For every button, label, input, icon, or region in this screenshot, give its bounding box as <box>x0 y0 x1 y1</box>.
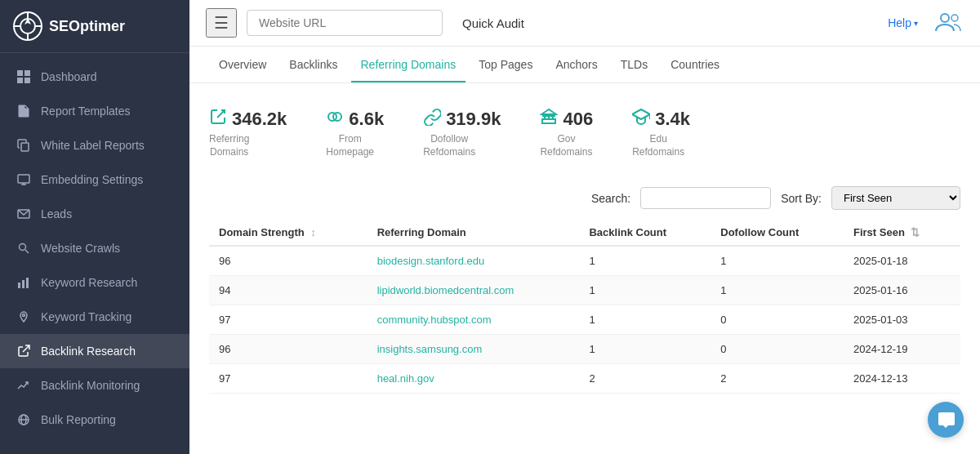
sidebar-item-dashboard[interactable]: Dashboard <box>0 60 189 94</box>
chevron-down-icon: ▾ <box>914 19 918 28</box>
svg-line-25 <box>23 345 29 352</box>
sort-select[interactable]: First Seen Domain Strength Backlink Coun… <box>831 186 960 210</box>
svg-rect-8 <box>24 70 30 76</box>
cell-first-seen: 2025-01-18 <box>844 246 960 276</box>
svg-rect-15 <box>18 175 29 183</box>
table-row: 97 heal.nih.gov 2 2 2024-12-13 <box>209 364 960 394</box>
cell-dofollow-count: 1 <box>710 246 844 276</box>
tab-countries[interactable]: Countries <box>661 47 729 82</box>
sidebar-item-keyword-tracking[interactable]: Keyword Tracking <box>0 300 189 334</box>
tab-tlds[interactable]: TLDs <box>611 47 657 82</box>
sidebar-item-keyword-tracking-label: Keyword Tracking <box>41 310 131 323</box>
domain-link[interactable]: insights.samsung.com <box>377 343 483 355</box>
sidebar-nav: Dashboard Report Templates White Label R… <box>0 53 189 454</box>
table-row: 94 lipidworld.biomedcentral.com 1 1 2025… <box>209 276 960 305</box>
svg-rect-14 <box>21 143 29 151</box>
table-controls: Search: Sort By: First Seen Domain Stren… <box>209 186 960 210</box>
content-area: 346.2k ReferringDomains 6.6k FromHomepag… <box>189 83 980 454</box>
svg-point-19 <box>20 244 26 251</box>
svg-point-24 <box>23 314 25 317</box>
sidebar-item-website-crawls[interactable]: Website Crawls <box>0 231 189 265</box>
cell-dofollow-count: 0 <box>710 335 844 364</box>
sidebar-item-embedding-settings-label: Embedding Settings <box>41 173 143 186</box>
sidebar-item-keyword-research[interactable]: Keyword Research <box>0 265 189 300</box>
cell-dofollow-count: 0 <box>710 305 844 335</box>
sidebar-item-bulk-reporting-label: Bulk Reporting <box>41 413 116 426</box>
th-domain-strength: Domain Strength ↕ <box>209 220 368 246</box>
trending-up-icon <box>16 378 31 393</box>
table-header-row: Domain Strength ↕ Referring Domain Backl… <box>209 220 960 246</box>
sidebar-item-dashboard-label: Dashboard <box>41 70 97 83</box>
domain-link[interactable]: lipidworld.biomedcentral.com <box>377 284 514 296</box>
stat-gov-refdomains: 406 GovRefdomains <box>540 108 593 158</box>
sidebar-item-leads[interactable]: Leads <box>0 197 189 231</box>
referring-domains-icon <box>209 108 227 130</box>
gov-icon <box>540 108 558 130</box>
quick-audit-button[interactable]: Quick Audit <box>452 11 534 36</box>
sort-arrow-icon[interactable]: ↕ <box>310 226 316 238</box>
th-dofollow-count: Dofollow Count <box>710 220 844 246</box>
sidebar-item-leads-label: Leads <box>41 207 72 220</box>
hamburger-button[interactable]: ☰ <box>206 8 237 38</box>
tab-top-pages[interactable]: Top Pages <box>469 47 542 82</box>
sidebar-item-white-label-reports-label: White Label Reports <box>41 139 145 152</box>
stat-referring-domains: 346.2k ReferringDomains <box>209 108 287 158</box>
cell-first-seen: 2025-01-16 <box>844 276 960 305</box>
domain-link[interactable]: biodesign.stanford.edu <box>377 255 485 267</box>
table-row: 96 biodesign.stanford.edu 1 1 2025-01-18 <box>209 246 960 276</box>
search-icon <box>16 241 31 256</box>
svg-rect-23 <box>26 278 29 288</box>
url-input[interactable] <box>247 10 443 36</box>
tab-referring-domains[interactable]: Referring Domains <box>351 47 466 82</box>
chat-widget[interactable] <box>928 402 964 438</box>
sidebar-item-embedding-settings[interactable]: Embedding Settings <box>0 162 189 197</box>
cell-referring-domain: community.hubspot.com <box>368 305 580 335</box>
mail-icon <box>16 207 31 221</box>
search-label: Search: <box>591 192 630 205</box>
cell-first-seen: 2025-01-03 <box>844 305 960 335</box>
svg-marker-36 <box>541 109 556 114</box>
tabs: Overview Backlinks Referring Domains Top… <box>189 47 980 83</box>
sidebar-item-website-crawls-label: Website Crawls <box>41 242 120 255</box>
sidebar-item-report-templates[interactable]: Report Templates <box>0 94 189 128</box>
edu-icon <box>632 108 650 130</box>
stats-row: 346.2k ReferringDomains 6.6k FromHomepag… <box>209 100 960 167</box>
file-edit-icon <box>16 104 31 118</box>
cell-first-seen: 2024-12-13 <box>844 364 960 394</box>
tab-overview[interactable]: Overview <box>209 47 276 82</box>
cell-backlink-count: 1 <box>579 276 710 305</box>
stat-edu-refdomains: 3.4k EduRefdomains <box>632 108 690 158</box>
domain-link[interactable]: heal.nih.gov <box>377 372 434 385</box>
grid-icon <box>16 69 31 84</box>
tab-backlinks[interactable]: Backlinks <box>279 47 347 82</box>
cell-referring-domain: insights.samsung.com <box>368 335 580 364</box>
globe-icon <box>16 412 31 427</box>
first-seen-sort-icon[interactable]: ⇅ <box>911 226 920 238</box>
pin-icon <box>16 309 31 324</box>
svg-point-30 <box>951 15 958 21</box>
logo-text: SEOptimer <box>49 18 125 35</box>
sidebar-item-report-templates-label: Report Templates <box>41 105 130 118</box>
cell-backlink-count: 2 <box>579 364 710 394</box>
stat-gov-label: GovRefdomains <box>540 133 592 158</box>
user-accounts-icon[interactable] <box>934 10 964 37</box>
svg-line-20 <box>25 250 29 253</box>
svg-line-31 <box>217 110 225 118</box>
dofollow-icon <box>423 108 441 130</box>
cell-dofollow-count: 1 <box>710 276 844 305</box>
sidebar-item-backlink-research[interactable]: Backlink Research <box>0 334 189 368</box>
help-link[interactable]: Help ▾ <box>888 16 918 29</box>
bar-chart-icon <box>16 275 31 290</box>
sidebar-item-bulk-reporting[interactable]: Bulk Reporting <box>0 403 189 437</box>
tab-anchors[interactable]: Anchors <box>546 47 607 82</box>
cell-domain-strength: 97 <box>209 364 368 394</box>
referring-domains-table: Domain Strength ↕ Referring Domain Backl… <box>209 220 960 394</box>
sidebar-item-white-label-reports[interactable]: White Label Reports <box>0 128 189 162</box>
th-first-seen: First Seen ⇅ <box>844 220 960 246</box>
stat-edu-value: 3.4k <box>655 109 690 130</box>
domain-link[interactable]: community.hubspot.com <box>377 314 492 326</box>
search-input[interactable] <box>640 187 771 209</box>
sidebar-item-backlink-monitoring[interactable]: Backlink Monitoring <box>0 368 189 403</box>
copy-icon <box>16 138 31 153</box>
cell-backlink-count: 1 <box>579 335 710 364</box>
